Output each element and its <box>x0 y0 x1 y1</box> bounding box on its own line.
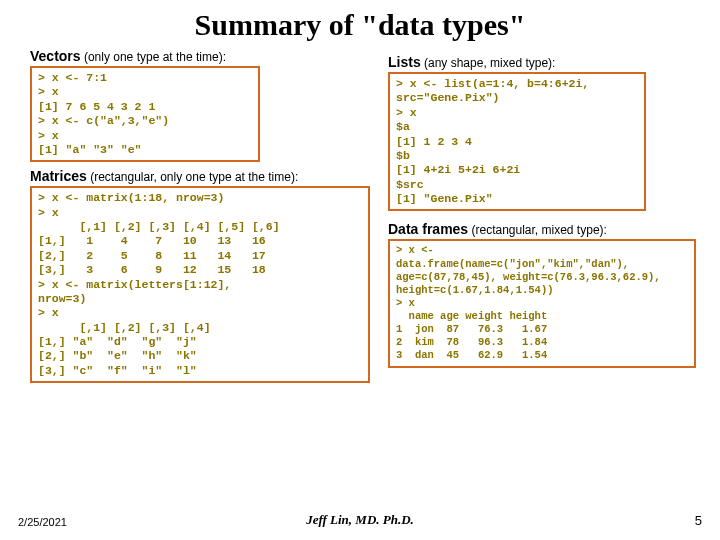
lists-heading: Lists (any shape, mixed type): <box>388 54 698 70</box>
lists-heading-bold: Lists <box>388 54 421 70</box>
lists-code: > x <- list(a=1:4, b=4:6+2i, src="Gene.P… <box>388 72 646 211</box>
dataframes-code: > x <- data.frame(name=c("jon","kim","da… <box>388 239 696 367</box>
right-column: Lists (any shape, mixed type): > x <- li… <box>388 54 698 368</box>
matrices-heading-bold: Matrices <box>30 168 87 184</box>
dataframes-heading: Data frames (rectangular, mixed type): <box>388 221 698 237</box>
matrices-heading-light: (rectangular, only one type at the time)… <box>87 170 298 184</box>
vectors-heading-light: (only one type at the time): <box>81 50 226 64</box>
vectors-heading-bold: Vectors <box>30 48 81 64</box>
footer-author: Jeff Lin, MD. Ph.D. <box>0 512 720 528</box>
vectors-heading: Vectors (only one type at the time): <box>30 48 370 64</box>
df-heading-bold: Data frames <box>388 221 468 237</box>
left-column: Vectors (only one type at the time): > x… <box>30 48 370 383</box>
matrices-heading: Matrices (rectangular, only one type at … <box>30 168 370 184</box>
lists-heading-light: (any shape, mixed type): <box>421 56 556 70</box>
df-heading-light: (rectangular, mixed type): <box>468 223 607 237</box>
page-title: Summary of "data types" <box>0 8 720 42</box>
footer-page: 5 <box>695 513 702 528</box>
vectors-code: > x <- 7:1 > x [1] 7 6 5 4 3 2 1 > x <- … <box>30 66 260 162</box>
matrices-code: > x <- matrix(1:18, nrow=3) > x [,1] [,2… <box>30 186 370 383</box>
